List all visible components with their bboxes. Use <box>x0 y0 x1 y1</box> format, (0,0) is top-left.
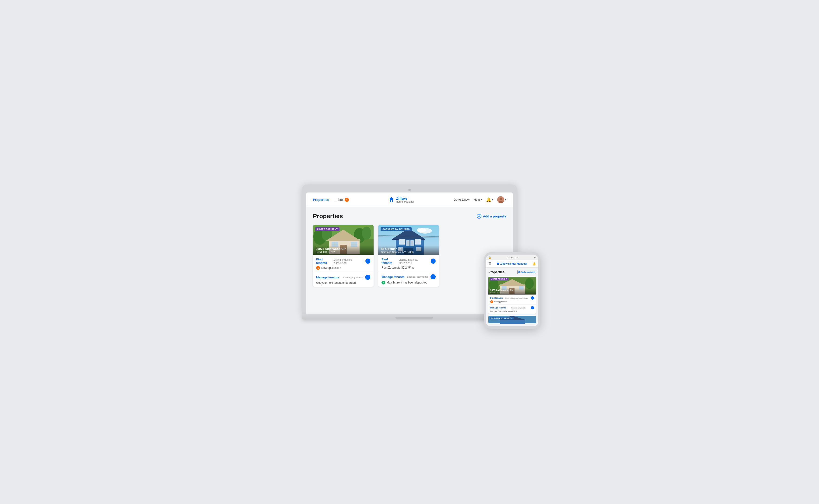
rent-deposited-text: May 1st rent has been deposited <box>387 281 427 284</box>
nav-right: Go to Zillow Help ▾ 🔔 ▾ <box>454 196 506 203</box>
manage-tenants-sub-1: Leases, payments <box>342 276 362 279</box>
phone-address-bar: 🔒 zillow.com ↻ <box>486 255 538 260</box>
phone-manage-tenants-sub: Leases, payments <box>511 307 526 309</box>
manage-tenants-status-2: ✓ May 1st rent has been deposited <box>381 281 436 284</box>
phone-manage-status: Get your next tenant onboarded <box>490 310 534 312</box>
phone-find-tenants-sub: Listing, inquiries, applications <box>505 297 528 299</box>
phone-status-badge-1: LISTED FOR RENT <box>490 278 508 280</box>
svg-rect-28 <box>399 239 405 244</box>
nav-logo[interactable]: Zillow Rental Manager <box>388 196 414 203</box>
go-to-zillow-link[interactable]: Go to Zillow <box>454 198 470 201</box>
phone-property-image-2-partial: OCCUPIED BY TENANTS <box>488 315 536 324</box>
manage-tenants-status-1: Get your next tenant onboarded <box>316 281 370 284</box>
find-tenants-status-1: 1 New application <box>316 266 370 270</box>
phone-screen: 🔒 zillow.com ↻ ☰ Zillow Rental Manager <box>486 255 538 326</box>
notifications-bell-button[interactable]: 🔔 ▾ <box>486 197 493 202</box>
help-link[interactable]: Help ▾ <box>474 198 482 201</box>
find-tenants-sub-2: Listing, inquiries, applications <box>399 258 431 264</box>
zillow-logo-icon <box>388 196 395 203</box>
find-tenants-arrow-1[interactable]: › <box>365 259 370 264</box>
manage-tenants-arrow-2[interactable]: › <box>431 274 436 279</box>
manage-status-text-1: Get your next tenant onboarded <box>316 281 356 284</box>
user-menu-button[interactable]: ▾ <box>497 196 506 203</box>
phone-zillow-icon <box>496 262 500 265</box>
svg-point-1 <box>500 198 502 200</box>
properties-grid: LISTED FOR RENT 20075 Alderwood Cir Bend… <box>313 225 506 287</box>
property-city-1: Bend, OR 97702 <box>316 251 371 253</box>
property-overlay-2: 46 Circular St Saratoga Springs, NY 1286… <box>378 245 439 255</box>
phone-application-badge: 1 <box>490 300 493 303</box>
find-tenants-arrow-2[interactable]: › <box>431 259 436 264</box>
rent-zestimate-text: Rent Zestimate $2,245/mo <box>381 266 414 269</box>
logo-text-group: Zillow Rental Manager <box>396 196 414 203</box>
manage-tenants-label-2[interactable]: Manage tenants <box>381 275 404 279</box>
phone-menu-icon[interactable]: ☰ <box>488 262 491 266</box>
phone-find-status: 1 New application <box>490 300 534 303</box>
phone-manage-tenants-label[interactable]: Manage tenants <box>490 307 506 309</box>
manage-tenants-section-2: Manage tenants Leases, payments › ✓ May … <box>378 272 439 287</box>
phone-page-header: Properties ⊕ Add a property <box>488 270 536 274</box>
phone-find-tenants-label[interactable]: Find tenants <box>490 297 503 299</box>
phone-find-tenants-row: Find tenants Listing, inquiries, applica… <box>490 296 534 300</box>
manage-tenants-row-1: Manage tenants Leases, payments › <box>316 275 370 280</box>
page-header: Properties + Add a property <box>313 213 506 220</box>
phone-logo[interactable]: Zillow Rental Manager <box>496 262 527 265</box>
property-card-1: LISTED FOR RENT 20075 Alderwood Cir Bend… <box>313 225 374 287</box>
find-tenants-label-1[interactable]: Find tenants <box>316 258 333 265</box>
property-image-2: OCCUPIED BY TENANTS 46 Circular St Sarat… <box>378 225 439 255</box>
phone-add-icon: ⊕ <box>518 270 520 273</box>
manage-tenants-arrow-1[interactable]: › <box>365 275 370 280</box>
manage-tenants-sub-2: Leases, payments <box>407 275 428 278</box>
bell-chevron-icon: ▾ <box>492 198 493 201</box>
lock-icon: 🔒 <box>488 256 491 259</box>
user-chevron-icon: ▾ <box>505 198 506 201</box>
find-tenants-label-2[interactable]: Find tenants <box>381 258 399 265</box>
find-tenants-row-2: Find tenants Listing, inquiries, applica… <box>381 258 436 265</box>
phone-find-tenants-section: Find tenants Listing, inquiries, applica… <box>488 295 536 305</box>
phone-property-card-1: LISTED FOR RENT 20075 Alderwood Cir Bend… <box>488 276 536 314</box>
property-city-2: Saratoga Springs, NY 12866 <box>381 251 436 253</box>
rent-deposited-check-icon: ✓ <box>381 281 385 284</box>
user-avatar <box>497 196 504 203</box>
avatar-icon <box>497 196 504 203</box>
phone-manage-tenants-arrow[interactable]: › <box>531 306 534 309</box>
property-overlay-1: 20075 Alderwood Cir Bend, OR 97702 <box>313 245 374 255</box>
svg-point-8 <box>362 227 371 240</box>
svg-point-22 <box>417 228 426 232</box>
add-property-icon: + <box>477 214 481 219</box>
property-card-2: OCCUPIED BY TENANTS 46 Circular St Sarat… <box>378 225 439 287</box>
nav-left: Properties Inbox 4 <box>313 198 349 202</box>
phone-device: 🔒 zillow.com ↻ ☰ Zillow Rental Manager <box>484 252 540 329</box>
main-content: Properties + Add a property <box>306 207 513 314</box>
phone-manage-status-text: Get your next tenant onboarded <box>490 310 517 312</box>
status-badge-2: OCCUPIED BY TENANTS <box>381 227 412 231</box>
phone-bell-icon[interactable]: 🔔 <box>532 262 536 266</box>
help-chevron-icon: ▾ <box>481 198 482 201</box>
nav-properties-link[interactable]: Properties <box>313 198 329 202</box>
phone-property-address-1: 20075 Alderwood Cir <box>490 289 534 292</box>
add-property-button[interactable]: + Add a property <box>477 214 506 219</box>
svg-rect-52 <box>500 320 525 324</box>
application-text-1: New application <box>321 266 341 269</box>
phone-navbar: ☰ Zillow Rental Manager 🔔 <box>486 260 538 268</box>
phone-url[interactable]: zillow.com <box>507 256 518 259</box>
phone-bezel: 🔒 zillow.com ↻ ☰ Zillow Rental Manager <box>484 252 540 329</box>
status-badge-1: LISTED FOR RENT <box>315 227 339 231</box>
phone-property-card-2-partial: OCCUPIED BY TENANTS <box>488 315 536 324</box>
phone-application-text: New application <box>494 301 507 303</box>
refresh-icon[interactable]: ↻ <box>534 256 536 259</box>
phone-page-title: Properties <box>488 270 504 274</box>
application-badge-1: 1 <box>316 266 320 270</box>
find-tenants-section-2: Find tenants Listing, inquiries, applica… <box>378 255 439 272</box>
phone-manage-tenants-section: Manage tenants Leases, payments › Get yo… <box>488 305 536 314</box>
find-tenants-sub-1: Listing, inquiries, applications <box>333 258 365 264</box>
phone-status-badge-2: OCCUPIED BY TENANTS <box>490 317 514 319</box>
page-title: Properties <box>313 213 343 220</box>
manage-tenants-label-1[interactable]: Manage tenants <box>316 276 339 279</box>
property-address-2: 46 Circular St <box>381 247 436 251</box>
svg-rect-29 <box>415 239 421 244</box>
nav-inbox-link[interactable]: Inbox 4 <box>336 198 349 202</box>
phone-add-property-button[interactable]: ⊕ Add a property <box>517 270 536 274</box>
phone-find-tenants-arrow[interactable]: › <box>531 296 534 300</box>
bell-icon: 🔔 <box>486 197 491 202</box>
